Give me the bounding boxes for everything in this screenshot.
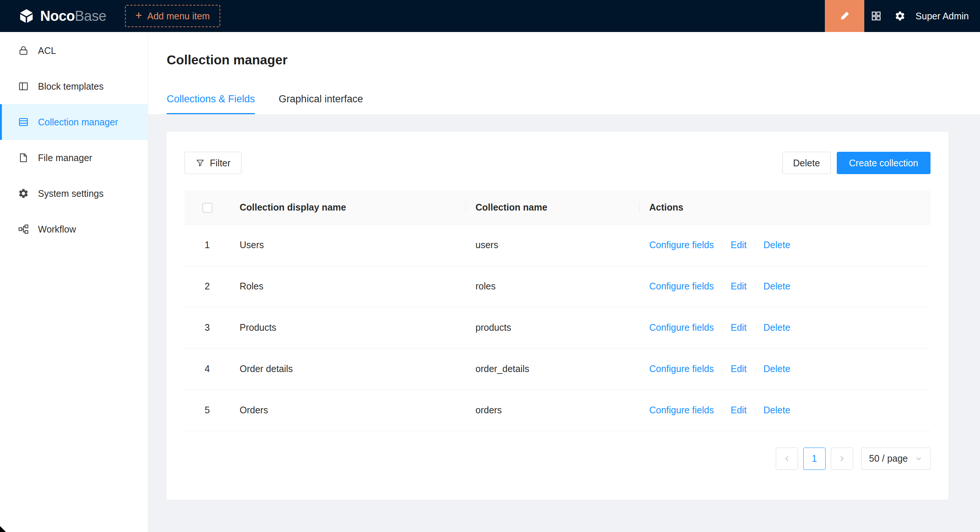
- delete-link[interactable]: Delete: [764, 364, 790, 374]
- sidebar-item-file-manager[interactable]: File manager: [0, 140, 148, 176]
- column-header-actions: Actions: [640, 191, 931, 224]
- name-cell: order_details: [466, 348, 640, 389]
- select-all-checkbox[interactable]: [202, 203, 212, 213]
- add-menu-item-button[interactable]: + Add menu item: [125, 5, 220, 27]
- sidebar: ACL Block templates Collection manager F…: [0, 32, 148, 532]
- file-icon: [18, 152, 29, 163]
- page-size-select[interactable]: 50 / page: [861, 448, 931, 470]
- configure-fields-link[interactable]: Configure fields: [649, 240, 714, 250]
- table-row: 1 Users users Configure fieldsEditDelete: [185, 224, 931, 266]
- divider: [722, 406, 722, 416]
- sidebar-item-label: ACL: [38, 45, 56, 56]
- filter-label: Filter: [210, 158, 231, 168]
- lock-icon: [18, 45, 29, 56]
- create-collection-button[interactable]: Create collection: [837, 152, 931, 174]
- pagination: 1 50 / page: [185, 448, 931, 470]
- edit-link[interactable]: Edit: [731, 405, 747, 415]
- table-icon: [18, 116, 29, 128]
- page-header: Collection manager Collections & Fields …: [148, 32, 980, 114]
- sidebar-item-label: Block templates: [38, 81, 103, 92]
- edit-link[interactable]: Edit: [731, 322, 747, 333]
- name-cell: roles: [466, 266, 640, 307]
- page-size-label: 50 / page: [869, 453, 908, 464]
- gear-icon: [894, 10, 905, 22]
- highlighter-icon: [838, 10, 851, 22]
- column-header-display-name: Collection display name: [230, 191, 466, 224]
- sidebar-item-acl[interactable]: ACL: [0, 33, 148, 68]
- name-cell: orders: [466, 389, 640, 431]
- page-title: Collection manager: [167, 51, 961, 68]
- sidebar-item-workflow[interactable]: Workflow: [0, 211, 148, 247]
- logo: NocoBase: [19, 8, 107, 24]
- edit-link[interactable]: Edit: [731, 281, 747, 291]
- actions-cell: Configure fieldsEditDelete: [640, 224, 931, 266]
- name-cell: products: [466, 307, 640, 348]
- divider: [722, 241, 722, 250]
- actions-cell: Configure fieldsEditDelete: [640, 307, 931, 348]
- configure-fields-link[interactable]: Configure fields: [649, 405, 714, 415]
- delete-link[interactable]: Delete: [764, 405, 790, 415]
- table-header-row: Collection display name Collection name …: [185, 191, 931, 224]
- collections-table: Collection display name Collection name …: [185, 191, 931, 431]
- actions-cell: Configure fieldsEditDelete: [640, 266, 931, 307]
- divider: [755, 365, 755, 374]
- divider: [755, 324, 755, 333]
- divider: [755, 241, 755, 250]
- plus-icon: +: [135, 10, 142, 21]
- tab-bar: Collections & Fields Graphical interface: [167, 92, 961, 114]
- main-area: Collection manager Collections & Fields …: [148, 32, 980, 532]
- tab-graphical-interface[interactable]: Graphical interface: [279, 92, 363, 114]
- divider: [722, 283, 722, 292]
- ui-editor-button[interactable]: [825, 0, 864, 32]
- configure-fields-link[interactable]: Configure fields: [649, 281, 714, 291]
- configure-fields-link[interactable]: Configure fields: [649, 364, 714, 374]
- configure-fields-link[interactable]: Configure fields: [649, 322, 714, 333]
- sidebar-item-label: Workflow: [38, 224, 76, 235]
- content-area: Filter Delete Create collection Coll: [148, 114, 980, 532]
- top-header: NocoBase + Add menu item Super Admin: [0, 0, 980, 32]
- page-1-button[interactable]: 1: [803, 448, 826, 470]
- filter-icon: [195, 158, 205, 168]
- delete-link[interactable]: Delete: [764, 322, 790, 333]
- row-index-cell: 1: [185, 224, 230, 266]
- plugins-button[interactable]: [864, 0, 888, 32]
- delete-link[interactable]: Delete: [764, 240, 790, 250]
- nocobase-logo-icon: [19, 8, 34, 24]
- grid-icon: [870, 10, 882, 22]
- table-row: 2 Roles roles Configure fieldsEditDelete: [185, 266, 931, 307]
- edit-link[interactable]: Edit: [731, 364, 747, 374]
- display-name-cell: Orders: [230, 389, 466, 431]
- chevron-left-icon: [783, 454, 791, 463]
- sidebar-item-system-settings[interactable]: System settings: [0, 176, 148, 211]
- toolbar: Filter Delete Create collection: [185, 152, 931, 174]
- prev-page-button[interactable]: [776, 448, 798, 470]
- row-index-cell: 3: [185, 307, 230, 348]
- sidebar-item-block-templates[interactable]: Block templates: [0, 68, 148, 104]
- delete-link[interactable]: Delete: [764, 281, 790, 291]
- add-menu-item-label: Add menu item: [147, 11, 210, 22]
- display-name-cell: Order details: [230, 348, 466, 389]
- user-menu[interactable]: Super Admin: [916, 11, 969, 22]
- workflow-icon: [18, 224, 29, 235]
- delete-button[interactable]: Delete: [783, 152, 831, 174]
- gear-icon: [18, 188, 29, 199]
- row-index-cell: 2: [185, 266, 230, 307]
- sidebar-item-label: Collection manager: [38, 117, 118, 128]
- cursor-artifact: [0, 526, 6, 532]
- settings-button[interactable]: [888, 0, 912, 32]
- layout-icon: [18, 81, 29, 92]
- actions-cell: Configure fieldsEditDelete: [640, 389, 931, 431]
- edit-link[interactable]: Edit: [731, 240, 747, 250]
- next-page-button[interactable]: [831, 448, 853, 470]
- sidebar-item-collection-manager[interactable]: Collection manager: [0, 104, 148, 140]
- display-name-cell: Roles: [230, 266, 466, 307]
- column-header-name: Collection name: [466, 191, 640, 224]
- sidebar-item-label: File manager: [38, 152, 92, 163]
- row-index-cell: 4: [185, 348, 230, 389]
- divider: [755, 283, 755, 292]
- display-name-cell: Users: [230, 224, 466, 266]
- filter-button[interactable]: Filter: [185, 152, 242, 174]
- table-row: 3 Products products Configure fieldsEdit…: [185, 307, 931, 348]
- tab-collections-fields[interactable]: Collections & Fields: [167, 92, 255, 114]
- collections-card: Filter Delete Create collection Coll: [167, 132, 948, 500]
